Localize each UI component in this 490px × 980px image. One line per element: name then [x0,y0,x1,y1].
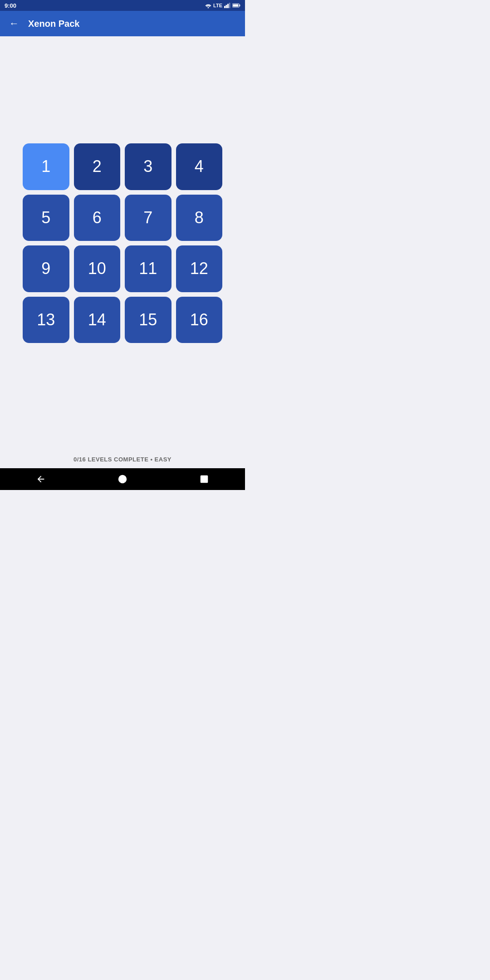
svg-rect-1 [224,6,225,8]
svg-point-8 [118,475,127,483]
level-button-12[interactable]: 12 [176,245,223,292]
status-bar: 9:00 LTE [0,0,245,11]
level-button-7[interactable]: 7 [125,195,172,241]
svg-point-0 [208,7,209,8]
svg-rect-3 [227,4,229,8]
battery-icon [232,3,240,8]
main-content: 12345678910111213141516 [0,36,245,450]
signal-icon [224,3,230,8]
app-bar: ← Xenon Pack [0,11,245,36]
svg-rect-7 [239,5,240,6]
page-wrapper: 9:00 LTE ← Xe [0,0,245,490]
lte-label: LTE [213,3,222,8]
levels-grid: 12345678910111213141516 [23,143,222,343]
status-footer: 0/16 LEVELS COMPLETE • EASY [0,450,245,468]
back-button[interactable]: ← [7,17,21,30]
level-button-5[interactable]: 5 [23,195,69,241]
svg-rect-6 [233,4,238,6]
levels-complete-status: 0/16 LEVELS COMPLETE • EASY [74,456,172,463]
svg-rect-2 [226,5,227,8]
level-button-11[interactable]: 11 [125,245,172,292]
level-button-2[interactable]: 2 [74,143,121,190]
nav-back-icon [36,474,46,484]
level-button-13[interactable]: 13 [23,297,69,343]
nav-home-button[interactable] [108,470,137,488]
nav-home-icon [118,474,127,484]
svg-rect-4 [229,3,230,8]
app-title: Xenon Pack [28,19,79,29]
level-button-14[interactable]: 14 [74,297,121,343]
level-button-3[interactable]: 3 [125,143,172,190]
svg-rect-9 [201,475,208,483]
level-button-4[interactable]: 4 [176,143,223,190]
level-button-15[interactable]: 15 [125,297,172,343]
status-time: 9:00 [5,2,16,9]
nav-bar [0,468,245,490]
nav-back-button[interactable] [27,470,55,488]
level-button-10[interactable]: 10 [74,245,121,292]
level-button-6[interactable]: 6 [74,195,121,241]
nav-recent-icon [199,474,209,484]
level-button-9[interactable]: 9 [23,245,69,292]
level-button-8[interactable]: 8 [176,195,223,241]
level-button-16[interactable]: 16 [176,297,223,343]
level-button-1[interactable]: 1 [23,143,69,190]
status-icons: LTE [205,3,240,8]
nav-recent-button[interactable] [190,470,218,488]
wifi-icon [205,3,211,8]
